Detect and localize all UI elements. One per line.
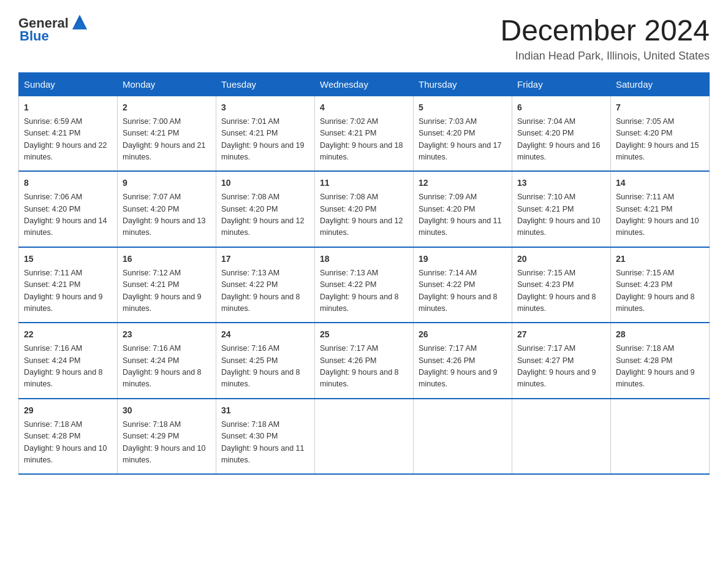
- calendar-cell: 6Sunrise: 7:04 AM Sunset: 4:20 PM Daylig…: [512, 96, 611, 171]
- day-info: Sunrise: 7:11 AM Sunset: 4:21 PM Dayligh…: [616, 193, 699, 237]
- title-section: December 2024 Indian Head Park, Illinois…: [500, 15, 710, 63]
- month-title: December 2024: [500, 15, 710, 47]
- day-number: 24: [221, 328, 309, 341]
- day-number: 11: [320, 177, 408, 190]
- day-info: Sunrise: 7:14 AM Sunset: 4:22 PM Dayligh…: [419, 269, 498, 313]
- day-info: Sunrise: 7:06 AM Sunset: 4:20 PM Dayligh…: [24, 193, 107, 237]
- calendar-cell: [611, 399, 710, 475]
- day-number: 25: [320, 328, 408, 341]
- day-info: Sunrise: 7:05 AM Sunset: 4:20 PM Dayligh…: [616, 117, 699, 161]
- calendar-cell: 2Sunrise: 7:00 AM Sunset: 4:21 PM Daylig…: [118, 96, 216, 171]
- day-info: Sunrise: 7:04 AM Sunset: 4:20 PM Dayligh…: [517, 117, 601, 161]
- day-number: 3: [221, 101, 309, 114]
- day-info: Sunrise: 7:08 AM Sunset: 4:20 PM Dayligh…: [320, 193, 403, 237]
- calendar-cell: [512, 399, 611, 475]
- calendar-cell: 7Sunrise: 7:05 AM Sunset: 4:20 PM Daylig…: [611, 96, 710, 171]
- calendar-week-1: 1Sunrise: 6:59 AM Sunset: 4:21 PM Daylig…: [19, 96, 710, 171]
- calendar-cell: 18Sunrise: 7:13 AM Sunset: 4:22 PM Dayli…: [315, 247, 414, 323]
- day-info: Sunrise: 7:15 AM Sunset: 4:23 PM Dayligh…: [517, 269, 596, 313]
- day-info: Sunrise: 7:16 AM Sunset: 4:24 PM Dayligh…: [24, 344, 103, 388]
- day-number: 14: [616, 177, 704, 190]
- day-number: 17: [221, 253, 309, 266]
- calendar-cell: 3Sunrise: 7:01 AM Sunset: 4:21 PM Daylig…: [216, 96, 315, 171]
- day-info: Sunrise: 7:17 AM Sunset: 4:26 PM Dayligh…: [419, 344, 498, 388]
- calendar-cell: 4Sunrise: 7:02 AM Sunset: 4:21 PM Daylig…: [315, 96, 414, 171]
- column-header-tuesday: Tuesday: [216, 72, 315, 96]
- day-info: Sunrise: 7:00 AM Sunset: 4:21 PM Dayligh…: [123, 117, 206, 161]
- day-info: Sunrise: 7:16 AM Sunset: 4:24 PM Dayligh…: [123, 344, 202, 388]
- column-header-friday: Friday: [512, 72, 611, 96]
- day-info: Sunrise: 7:18 AM Sunset: 4:28 PM Dayligh…: [24, 420, 107, 464]
- day-info: Sunrise: 7:17 AM Sunset: 4:27 PM Dayligh…: [517, 344, 596, 388]
- calendar-header-row: SundayMondayTuesdayWednesdayThursdayFrid…: [19, 72, 710, 96]
- calendar-cell: 31Sunrise: 7:18 AM Sunset: 4:30 PM Dayli…: [216, 399, 315, 475]
- location-subtitle: Indian Head Park, Illinois, United State…: [500, 50, 710, 63]
- calendar-cell: 14Sunrise: 7:11 AM Sunset: 4:21 PM Dayli…: [611, 171, 710, 247]
- calendar-cell: 25Sunrise: 7:17 AM Sunset: 4:26 PM Dayli…: [315, 323, 414, 399]
- column-header-monday: Monday: [118, 72, 216, 96]
- calendar-cell: 23Sunrise: 7:16 AM Sunset: 4:24 PM Dayli…: [118, 323, 216, 399]
- day-number: 12: [419, 177, 507, 190]
- day-info: Sunrise: 7:13 AM Sunset: 4:22 PM Dayligh…: [320, 269, 399, 313]
- day-number: 20: [517, 253, 605, 266]
- column-header-sunday: Sunday: [19, 72, 118, 96]
- day-number: 6: [517, 101, 605, 114]
- day-info: Sunrise: 7:02 AM Sunset: 4:21 PM Dayligh…: [320, 117, 403, 161]
- calendar-cell: 19Sunrise: 7:14 AM Sunset: 4:22 PM Dayli…: [414, 247, 512, 323]
- day-info: Sunrise: 7:01 AM Sunset: 4:21 PM Dayligh…: [221, 117, 305, 161]
- calendar-cell: 5Sunrise: 7:03 AM Sunset: 4:20 PM Daylig…: [414, 96, 512, 171]
- logo: General Blue: [18, 15, 89, 44]
- day-info: Sunrise: 7:13 AM Sunset: 4:22 PM Dayligh…: [221, 269, 300, 313]
- day-number: 16: [123, 253, 211, 266]
- page-header: General Blue December 2024 Indian Head P…: [18, 15, 710, 63]
- calendar-week-5: 29Sunrise: 7:18 AM Sunset: 4:28 PM Dayli…: [19, 399, 710, 475]
- calendar-cell: 17Sunrise: 7:13 AM Sunset: 4:22 PM Dayli…: [216, 247, 315, 323]
- calendar-cell: 27Sunrise: 7:17 AM Sunset: 4:27 PM Dayli…: [512, 323, 611, 399]
- calendar-cell: 12Sunrise: 7:09 AM Sunset: 4:20 PM Dayli…: [414, 171, 512, 247]
- day-number: 28: [616, 328, 704, 341]
- calendar-week-3: 15Sunrise: 7:11 AM Sunset: 4:21 PM Dayli…: [19, 247, 710, 323]
- day-info: Sunrise: 7:18 AM Sunset: 4:28 PM Dayligh…: [616, 344, 695, 388]
- calendar-cell: 8Sunrise: 7:06 AM Sunset: 4:20 PM Daylig…: [19, 171, 118, 247]
- calendar-cell: 24Sunrise: 7:16 AM Sunset: 4:25 PM Dayli…: [216, 323, 315, 399]
- day-info: Sunrise: 7:12 AM Sunset: 4:21 PM Dayligh…: [123, 269, 202, 313]
- calendar-cell: 13Sunrise: 7:10 AM Sunset: 4:21 PM Dayli…: [512, 171, 611, 247]
- day-number: 23: [123, 328, 211, 341]
- day-number: 1: [24, 101, 112, 114]
- day-number: 26: [419, 328, 507, 341]
- calendar-cell: 15Sunrise: 7:11 AM Sunset: 4:21 PM Dayli…: [19, 247, 118, 323]
- calendar-cell: 16Sunrise: 7:12 AM Sunset: 4:21 PM Dayli…: [118, 247, 216, 323]
- calendar-cell: 30Sunrise: 7:18 AM Sunset: 4:29 PM Dayli…: [118, 399, 216, 475]
- day-number: 19: [419, 253, 507, 266]
- calendar-cell: [315, 399, 414, 475]
- calendar-cell: [414, 399, 512, 475]
- calendar-week-4: 22Sunrise: 7:16 AM Sunset: 4:24 PM Dayli…: [19, 323, 710, 399]
- calendar-cell: 21Sunrise: 7:15 AM Sunset: 4:23 PM Dayli…: [611, 247, 710, 323]
- day-number: 27: [517, 328, 605, 341]
- day-number: 7: [616, 101, 704, 114]
- day-number: 22: [24, 328, 112, 341]
- calendar-cell: 20Sunrise: 7:15 AM Sunset: 4:23 PM Dayli…: [512, 247, 611, 323]
- day-info: Sunrise: 7:16 AM Sunset: 4:25 PM Dayligh…: [221, 344, 300, 388]
- day-number: 10: [221, 177, 309, 190]
- day-info: Sunrise: 7:07 AM Sunset: 4:20 PM Dayligh…: [123, 193, 206, 237]
- day-info: Sunrise: 7:03 AM Sunset: 4:20 PM Dayligh…: [419, 117, 502, 161]
- calendar-cell: 10Sunrise: 7:08 AM Sunset: 4:20 PM Dayli…: [216, 171, 315, 247]
- day-info: Sunrise: 7:09 AM Sunset: 4:20 PM Dayligh…: [419, 193, 502, 237]
- calendar-cell: 29Sunrise: 7:18 AM Sunset: 4:28 PM Dayli…: [19, 399, 118, 475]
- day-number: 13: [517, 177, 605, 190]
- column-header-saturday: Saturday: [611, 72, 710, 96]
- calendar-table: SundayMondayTuesdayWednesdayThursdayFrid…: [18, 72, 710, 475]
- calendar-cell: 9Sunrise: 7:07 AM Sunset: 4:20 PM Daylig…: [118, 171, 216, 247]
- day-number: 30: [123, 404, 211, 417]
- day-number: 4: [320, 101, 408, 114]
- day-number: 5: [419, 101, 507, 114]
- column-header-thursday: Thursday: [414, 72, 512, 96]
- calendar-cell: 11Sunrise: 7:08 AM Sunset: 4:20 PM Dayli…: [315, 171, 414, 247]
- day-number: 8: [24, 177, 112, 190]
- day-number: 9: [123, 177, 211, 190]
- column-header-wednesday: Wednesday: [315, 72, 414, 96]
- day-number: 15: [24, 253, 112, 266]
- logo-blue: Blue: [20, 28, 49, 44]
- calendar-cell: 26Sunrise: 7:17 AM Sunset: 4:26 PM Dayli…: [414, 323, 512, 399]
